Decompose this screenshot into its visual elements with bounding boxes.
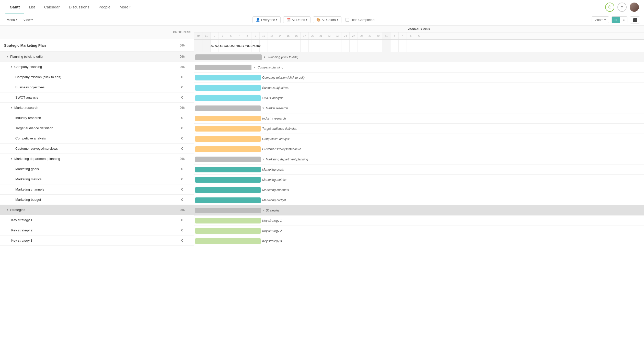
row-marketing-goals[interactable]: Marketing goals 0 (0, 164, 194, 174)
nav-item-calendar[interactable]: Calendar (40, 0, 64, 14)
hide-completed-checkbox[interactable] (346, 18, 349, 22)
gantt-bar-key-strategy-2[interactable] (195, 228, 261, 234)
hide-completed-toggle[interactable]: Hide Completed (346, 18, 374, 22)
gantt-bar-label-marketing-metrics: Marketing metrics (262, 178, 286, 182)
row-company-mission[interactable]: Company mission (click to edit) 0 (0, 72, 194, 82)
date-col-24: 24 (341, 32, 350, 39)
everyone-button[interactable]: 👤 Everyone ▾ (252, 16, 281, 23)
gantt-row-strategies: ▼ Strategies (194, 205, 644, 216)
row-marketing-metrics[interactable]: Marketing metrics 0 (0, 174, 194, 184)
date-col-5: 5 (407, 32, 415, 39)
triangle-icon[interactable]: ▼ (10, 106, 13, 109)
gantt-bar-competitive-analysis[interactable] (195, 136, 261, 142)
row-target-audience[interactable]: Target audience definition 0 (0, 123, 194, 133)
row-progress: 0 (171, 126, 194, 130)
gantt-row-key-strategy-2: Key strategy 2 (194, 226, 644, 236)
grid-view-button[interactable]: ⊞ (612, 17, 620, 23)
date-col-20: 20 (309, 32, 317, 39)
row-customer-surveys[interactable]: Customer surveys/interviews 0 (0, 144, 194, 154)
gantt-header-wrap: JANUARY 2020 30 31 2 3 6 7 8 9 10 13 14 … (194, 26, 644, 40)
row-swot-analysis[interactable]: SWOT analysis 0 (0, 92, 194, 103)
list-view-button[interactable]: ≡ (620, 17, 627, 23)
all-dates-button[interactable]: 📅 All Dates ▾ (283, 16, 310, 23)
gantt-row-customer-surveys: Customer surveys/interviews (194, 144, 644, 154)
gantt-bar-key-strategy-3[interactable] (195, 238, 261, 244)
row-name: Company mission (click to edit) (15, 75, 171, 79)
date-col-16: 16 (292, 32, 301, 39)
gantt-bar-label-strategic: STRATEGIC MARKETING PLAN (211, 44, 260, 48)
gantt-bar-label-key-strategy-3: Key strategy 3 (262, 239, 282, 243)
row-name: ▼ Company planning (10, 65, 171, 69)
row-company-planning[interactable]: ▼ Company planning 0% (0, 62, 194, 72)
gantt-bar-key-strategy-1[interactable] (195, 218, 261, 223)
triangle-icon[interactable]: ▼ (6, 55, 9, 58)
gantt-bar-target-audience[interactable] (195, 126, 261, 132)
date-col: 31 (202, 32, 211, 39)
row-business-objectives[interactable]: Business objectives 0 (0, 82, 194, 92)
row-progress: 0 (171, 228, 194, 232)
triangle-icon[interactable]: ▼ (10, 157, 13, 160)
gantt-bar-business-objectives[interactable] (195, 85, 261, 91)
gantt-row-target-audience: Target audience definition (194, 124, 644, 134)
row-industry-research[interactable]: Industry research 0 (0, 113, 194, 123)
nav-item-list[interactable]: List (24, 0, 39, 14)
row-progress: 0 (171, 218, 194, 222)
triangle-icon[interactable]: ▼ (10, 65, 13, 68)
gantt-bar-strategies[interactable] (195, 208, 261, 213)
row-progress: 0 (171, 75, 194, 79)
row-name: Key strategy 2 (11, 228, 171, 232)
row-strategic-marketing-plan[interactable]: Strategic Marketing Plan 0% (0, 39, 194, 52)
row-market-research[interactable]: ▼ Market research 0% (0, 103, 194, 113)
export-button[interactable]: ⬛ (630, 16, 640, 23)
row-name: ▼ Strategies (6, 208, 171, 212)
row-key-strategy-3[interactable]: Key strategy 3 0 (0, 235, 194, 246)
gantt-bar-label-swot: SWOT analysis (262, 96, 283, 100)
view-toggle: ⊞ ≡ (612, 16, 627, 23)
row-marketing-channels[interactable]: Marketing channels 0 (0, 184, 194, 195)
row-marketing-dept[interactable]: ▼ Marketing department planning 0% (0, 154, 194, 164)
help-icon-button[interactable]: ? (617, 3, 627, 12)
gantt-bar-customer-surveys[interactable] (195, 146, 261, 152)
row-strategies[interactable]: ▼ Strategies 0% (0, 205, 194, 215)
nav-item-more[interactable]: More ▾ (115, 0, 135, 14)
gantt-triangle-marketing-dept: ▼ (262, 158, 264, 161)
all-colors-button[interactable]: 🎨 All Colors ▾ (313, 16, 341, 23)
nav-item-people[interactable]: People (94, 0, 115, 14)
row-key-strategy-1[interactable]: Key strategy 1 0 (0, 215, 194, 225)
zoom-button[interactable]: Zoom ▾ (592, 16, 609, 23)
avatar[interactable] (630, 3, 639, 12)
row-competitive-analysis[interactable]: Competitive analysis 0 (0, 133, 194, 144)
row-marketing-budget[interactable]: Marketing budget 0 (0, 195, 194, 205)
gantt-bar-industry-research[interactable] (195, 116, 261, 121)
gantt-row-marketing-dept: ▼ Marketing department planning (194, 154, 644, 164)
clock-icon-button[interactable]: ⏱ (605, 3, 614, 12)
row-key-strategy-2[interactable]: Key strategy 2 0 (0, 225, 194, 235)
gantt-bar-marketing-goals[interactable] (195, 167, 261, 172)
gantt-row-marketing-goals: Marketing goals (194, 164, 644, 175)
gantt-bar-marketing-dept[interactable] (195, 157, 261, 162)
date-col-3: 3 (219, 32, 227, 39)
gantt-bar-marketing-metrics[interactable] (195, 177, 261, 183)
nav-item-discussions[interactable]: Discussions (64, 0, 94, 14)
gantt-bar-company-planning[interactable] (195, 65, 251, 70)
gantt-triangle-company-planning: ▼ (253, 66, 256, 69)
triangle-icon[interactable]: ▼ (6, 208, 9, 211)
gantt-bar-marketing-channels[interactable] (195, 187, 261, 193)
gantt-bar-market-research[interactable] (195, 105, 261, 111)
date-col-31b: 31 (382, 32, 390, 39)
nav-item-gantt[interactable]: Gantt (5, 0, 24, 14)
row-planning[interactable]: ▼ Planning (click to edit) 0% (0, 52, 194, 62)
date-col-4: 4 (399, 32, 407, 39)
gantt-bar-planning[interactable] (195, 54, 262, 60)
menu-button[interactable]: Menu ▾ (4, 17, 20, 23)
dates-row: 30 31 2 3 6 7 8 9 10 13 14 15 16 17 20 2… (194, 32, 644, 39)
gantt-bar-marketing-budget[interactable] (195, 197, 261, 203)
date-col-2: 2 (211, 32, 219, 39)
gantt-bar-company-mission[interactable] (195, 75, 261, 80)
chevron-down-icon: ▾ (604, 18, 606, 21)
gantt-bar-swot[interactable] (195, 95, 261, 101)
row-progress: 0 (171, 167, 194, 171)
row-progress: 0% (171, 43, 194, 47)
view-button[interactable]: View ▾ (21, 17, 36, 23)
gantt-row-marketing-channels: Marketing channels (194, 185, 644, 195)
